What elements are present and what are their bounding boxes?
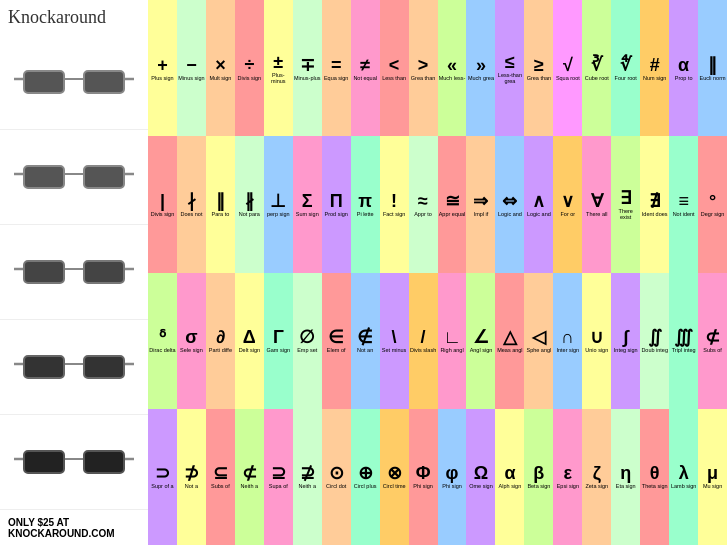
symbol-char: # <box>650 56 660 74</box>
svg-rect-13 <box>24 261 64 283</box>
symbol-label: Inter sign <box>557 347 580 353</box>
symbol-cell-2-14: ∩Inter sign <box>553 273 582 409</box>
symbol-cell-1-4: ⊥perp sign <box>264 136 293 272</box>
symbol-cell-1-1: ∤Does not <box>177 136 206 272</box>
symbol-label: Divis sign <box>151 211 175 217</box>
symbol-label: Logic and <box>527 211 551 217</box>
symbol-cell-3-6: ⊙Circl dot <box>322 409 351 545</box>
symbol-label: Eucli norm <box>700 75 726 81</box>
symbol-char: θ <box>650 464 660 482</box>
symbol-cell-1-13: ∧Logic and <box>524 136 553 272</box>
symbol-cell-0-4: ±Plus-minus <box>264 0 293 136</box>
symbol-cell-3-2: ⊆Subs of <box>206 409 235 545</box>
symbol-cell-2-1: σSele sign <box>177 273 206 409</box>
symbol-cell-1-6: ΠProd sign <box>322 136 351 272</box>
symbol-label: Alph sign <box>499 483 522 489</box>
symbol-char: ᵟ <box>159 328 166 346</box>
symbol-char: ≈ <box>418 192 428 210</box>
symbol-char: ∦ <box>245 192 254 210</box>
symbol-label: Sele sign <box>180 347 203 353</box>
symbol-char: ± <box>273 53 283 71</box>
symbol-cell-3-12: αAlph sign <box>495 409 524 545</box>
symbol-char: ∤ <box>187 192 196 210</box>
symbol-char: Δ <box>243 328 256 346</box>
symbol-char: ! <box>391 192 397 210</box>
symbol-label: Sum sign <box>296 211 319 217</box>
sunglasses-5 <box>14 441 134 483</box>
symbol-label: Theta sign <box>642 483 668 489</box>
symbol-label: Plus sign <box>151 75 173 81</box>
symbol-char: Σ <box>302 192 313 210</box>
symbol-char: ⊄ <box>242 464 257 482</box>
symbol-cell-1-12: ⇔Logic and <box>495 136 524 272</box>
symbol-cell-3-3: ⊄Neith a <box>235 409 264 545</box>
symbol-char: ⊄ <box>705 328 720 346</box>
logo-area: Knockaround <box>0 0 148 35</box>
symbol-char: | <box>160 192 165 210</box>
symbol-char: ⊗ <box>387 464 402 482</box>
symbol-cell-2-6: ∈Elem of <box>322 273 351 409</box>
sunglass-row-4 <box>0 320 148 415</box>
symbol-label: Less-than grea <box>496 72 523 84</box>
symbol-label: Much grea <box>468 75 494 81</box>
symbol-cell-2-12: △Meas angl <box>495 273 524 409</box>
symbol-label: Circl plus <box>354 483 377 489</box>
bottom-text: ONLY $25 AT KNOCKAROUND.COM <box>8 517 115 539</box>
symbol-cell-1-10: ≅Appr equal <box>438 136 467 272</box>
symbol-label: Much less- <box>439 75 466 81</box>
symbol-label: Plus-minus <box>265 72 292 84</box>
symbol-cell-0-6: =Equa sign <box>322 0 351 136</box>
symbol-label: Delt sign <box>239 347 260 353</box>
symbol-cell-1-11: ⇒Impl if <box>466 136 495 272</box>
symbol-char: β <box>533 464 544 482</box>
symbol-char: Γ <box>273 328 284 346</box>
svg-rect-8 <box>24 166 64 188</box>
symbol-row-1: |Divis sign∤Does not‖Para to∦Not para⊥pe… <box>148 136 727 272</box>
svg-rect-24 <box>84 451 124 473</box>
symbol-label: Gam sign <box>267 347 291 353</box>
symbol-cell-3-17: θTheta sign <box>640 409 669 545</box>
symbols-grid: +Plus sign−Minus sign×Mult sign÷Divis si… <box>148 0 727 545</box>
symbol-char: π <box>358 192 372 210</box>
symbol-char: ≡ <box>678 192 689 210</box>
symbol-cell-2-10: ∟Righ angl <box>438 273 467 409</box>
symbol-label: Equa sign <box>324 75 348 81</box>
symbol-label: Not para <box>239 211 260 217</box>
symbol-label: Neith a <box>299 483 316 489</box>
symbol-cell-0-14: √Squa root <box>553 0 582 136</box>
symbol-row-3: ⊃Supr of a⊅Not a⊆Subs of⊄Neith a⊇Supa of… <box>148 409 727 545</box>
symbol-cell-3-13: βBeta sign <box>524 409 553 545</box>
symbol-label: Angl sign <box>470 347 493 353</box>
symbol-cell-1-7: πPi lette <box>351 136 380 272</box>
symbol-char: ⊥ <box>270 192 286 210</box>
bottom-bar: ONLY $25 AT KNOCKAROUND.COM <box>0 510 148 545</box>
sunglasses-2 <box>14 156 134 198</box>
symbol-cell-0-3: ÷Divis sign <box>235 0 264 136</box>
sunglass-row-3 <box>0 225 148 320</box>
sunglass-row-5 <box>0 415 148 510</box>
symbol-label: Righ angl <box>440 347 463 353</box>
symbol-label: Appr equal <box>439 211 466 217</box>
symbol-cell-0-15: ∛Cube root <box>582 0 611 136</box>
symbol-char: √ <box>563 56 573 74</box>
symbol-cell-0-1: −Minus sign <box>177 0 206 136</box>
symbol-label: Doub integ <box>641 347 668 353</box>
symbol-char: » <box>476 56 486 74</box>
symbol-label: Does not <box>180 211 202 217</box>
symbol-char: / <box>421 328 426 346</box>
symbol-label: Prop to <box>675 75 693 81</box>
symbol-cell-2-7: ∉Not an <box>351 273 380 409</box>
symbol-char: ∂ <box>216 328 225 346</box>
symbol-cell-3-9: ΦPhi sign <box>409 409 438 545</box>
symbol-char: ≠ <box>360 56 370 74</box>
symbol-label: perp sign <box>267 211 290 217</box>
symbol-label: Circl time <box>383 483 406 489</box>
symbol-char: σ <box>185 328 197 346</box>
sunglasses-4 <box>14 346 134 388</box>
symbol-cell-3-14: εEpsi sign <box>553 409 582 545</box>
symbol-cell-2-2: ∂Parti diffe <box>206 273 235 409</box>
symbol-cell-1-3: ∦Not para <box>235 136 264 272</box>
symbol-cell-2-15: ∪Unio sign <box>582 273 611 409</box>
symbol-cell-0-0: +Plus sign <box>148 0 177 136</box>
symbol-cell-0-10: «Much less- <box>438 0 467 136</box>
